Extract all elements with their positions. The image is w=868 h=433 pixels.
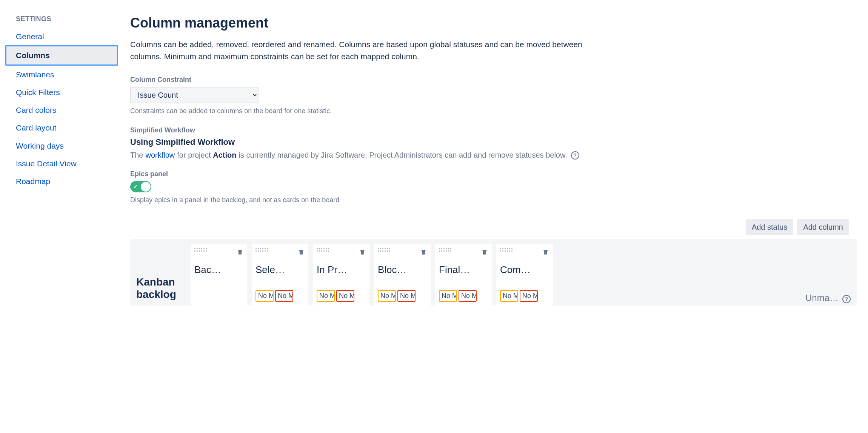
- workflow-section-label: Simplified Workflow: [130, 126, 857, 134]
- sidebar-item-general[interactable]: General: [0, 28, 119, 45]
- add-column-button[interactable]: Add column: [797, 219, 849, 235]
- board-column[interactable]: Sele… No M No M: [252, 244, 308, 306]
- drag-handle-icon[interactable]: [255, 248, 268, 252]
- min-constraint-badge[interactable]: No M: [500, 290, 518, 302]
- trash-icon[interactable]: [420, 248, 427, 257]
- drag-handle-icon[interactable]: [500, 248, 512, 252]
- main-content: Column management Columns can be added, …: [119, 0, 868, 433]
- checkmark-icon: ✓: [133, 184, 138, 190]
- constraint-label: Column Constraint: [130, 76, 857, 84]
- sidebar-item-card-layout[interactable]: Card layout: [0, 119, 119, 137]
- max-constraint-badge[interactable]: No M: [275, 290, 293, 302]
- trash-icon[interactable]: [542, 248, 549, 257]
- board-column[interactable]: Com… No M No M: [496, 244, 553, 306]
- board-column[interactable]: Bac…: [191, 244, 247, 306]
- column-title[interactable]: In Pr…: [317, 264, 366, 276]
- sidebar-item-swimlanes[interactable]: Swimlanes: [0, 66, 119, 83]
- trash-icon[interactable]: [298, 248, 305, 257]
- min-constraint-badge[interactable]: No M: [317, 290, 335, 302]
- max-constraint-badge[interactable]: No M: [336, 290, 354, 302]
- sidebar-item-roadmap[interactable]: Roadmap: [0, 172, 119, 190]
- board-column[interactable]: In Pr… No M No M: [313, 244, 369, 306]
- kanban-backlog-column: Kanban backlog: [133, 244, 186, 306]
- column-title[interactable]: Bloc…: [378, 264, 427, 276]
- unmapped-statuses-area: Unma… ?: [557, 244, 854, 306]
- epics-toggle[interactable]: ✓: [130, 181, 151, 192]
- column-title[interactable]: Sele…: [255, 264, 305, 276]
- board-column[interactable]: Final… No M No M: [435, 244, 492, 306]
- epics-help-text: Display epics in a panel in the backlog,…: [130, 196, 857, 204]
- epics-label: Epics panel: [130, 170, 857, 178]
- sidebar-item-issue-detail-view[interactable]: Issue Detail View: [0, 155, 119, 172]
- constraint-help-text: Constraints can be added to columns on t…: [130, 107, 857, 115]
- column-title[interactable]: Final…: [439, 264, 488, 276]
- settings-sidebar: SETTINGS General Columns Swimlanes Quick…: [0, 0, 119, 433]
- workflow-title: Using Simplified Workflow: [130, 137, 857, 147]
- trash-icon[interactable]: [481, 248, 488, 257]
- constraint-select[interactable]: Issue Count: [130, 87, 259, 103]
- drag-handle-icon[interactable]: [439, 248, 451, 252]
- trash-icon[interactable]: [359, 248, 366, 257]
- min-constraint-badge[interactable]: No M: [255, 290, 274, 302]
- page-title: Column management: [130, 15, 857, 31]
- sidebar-item-columns[interactable]: Columns: [5, 45, 118, 65]
- max-constraint-badge[interactable]: No M: [520, 290, 538, 302]
- drag-handle-icon[interactable]: [378, 248, 390, 252]
- min-constraint-badge[interactable]: No M: [378, 290, 396, 302]
- columns-board: Kanban backlog Bac… Sele… No M: [130, 239, 857, 306]
- sidebar-item-working-days[interactable]: Working days: [0, 137, 119, 155]
- column-title[interactable]: Bac…: [194, 264, 243, 276]
- actions-row: Add status Add column: [130, 219, 857, 235]
- max-constraint-badge[interactable]: No M: [459, 290, 477, 302]
- drag-handle-icon[interactable]: [194, 248, 207, 252]
- workflow-project-name: Action: [213, 151, 236, 160]
- kanban-backlog-title: Kanban backlog: [136, 276, 183, 301]
- trash-icon[interactable]: [237, 248, 243, 257]
- max-constraint-badge[interactable]: No M: [397, 290, 416, 302]
- column-title[interactable]: Com…: [500, 264, 549, 276]
- help-icon[interactable]: ?: [842, 295, 851, 303]
- page-description: Columns can be added, removed, reordered…: [130, 38, 583, 62]
- unmapped-label: Unma…: [805, 293, 839, 303]
- add-status-button[interactable]: Add status: [746, 219, 794, 235]
- workflow-description: The workflow for project Action is curre…: [130, 151, 857, 160]
- sidebar-item-card-colors[interactable]: Card colors: [0, 101, 119, 119]
- board-column[interactable]: Bloc… No M No M: [374, 244, 431, 306]
- drag-handle-icon[interactable]: [317, 248, 329, 252]
- help-icon[interactable]: ?: [571, 151, 579, 160]
- workflow-link[interactable]: workflow: [145, 151, 175, 160]
- sidebar-item-quick-filters[interactable]: Quick Filters: [0, 83, 119, 101]
- min-constraint-badge[interactable]: No M: [439, 290, 457, 302]
- sidebar-heading: SETTINGS: [0, 15, 119, 28]
